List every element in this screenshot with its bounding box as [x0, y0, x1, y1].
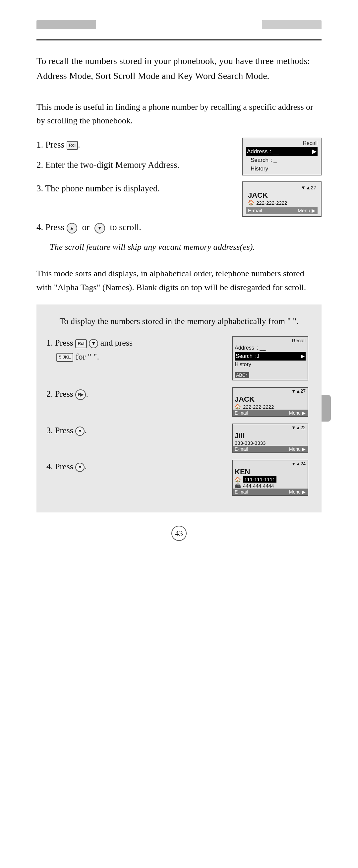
recall-button-icon[interactable]: Rcl — [67, 141, 78, 150]
page-content: To recall the numbers stored in your pho… — [36, 0, 322, 567]
func-btn-step2[interactable]: F▶ — [75, 390, 86, 400]
down-btn-step4[interactable] — [75, 463, 85, 472]
lcd-gray-step2: ▼▲27 JACK 🏠 222-222-2222 E-mail Menu ▶ — [232, 387, 312, 417]
down-btn-step1[interactable] — [89, 339, 98, 348]
gray-step1-row: 1. Press Rcl and press 5 JKL for " ". — [46, 336, 312, 380]
header-line — [36, 39, 322, 40]
sort-scroll-section: To display the numbers stored in the mem… — [36, 305, 322, 513]
gray-step3-row: 3. Press . ▼▲22 Jill 333-333-3333 E-ma — [46, 424, 312, 453]
gray-step2-content: 2. Press F▶. — [46, 387, 229, 401]
gray-step4-content: 4. Press . — [46, 460, 229, 474]
section1-description: This mode is useful in finding a phone n… — [36, 100, 322, 128]
intro-paragraph: To recall the numbers stored in your pho… — [36, 54, 322, 84]
num5-btn[interactable]: 5 JKL — [56, 353, 73, 362]
gray-step1-content: 1. Press Rcl and press 5 JKL for " ". — [46, 336, 229, 364]
scroll-up-button[interactable] — [67, 223, 77, 234]
gray-step4-row: 4. Press . ▼▲24 KEN 🏠 111-111-1111 — [46, 460, 312, 496]
step2: 2. Enter the two-digit Memory Address. — [36, 158, 235, 172]
header-tabs — [36, 20, 322, 29]
tab-left — [36, 20, 96, 29]
scroll-down-button[interactable] — [95, 223, 105, 234]
down-btn-step3[interactable] — [75, 427, 85, 436]
gray-step3-content: 3. Press . — [46, 424, 229, 437]
lcd-gray-step4: ▼▲24 KEN 🏠 111-111-1111 📠 444-444-4444 E… — [232, 460, 312, 496]
step4-note: The scroll feature will skip any vacant … — [50, 241, 322, 253]
right-tab-indicator — [322, 395, 331, 422]
step1: 1. Press Rcl. — [36, 137, 235, 152]
step4: 4. Press or to scroll. — [36, 220, 322, 235]
page-number: 43 — [171, 526, 187, 541]
gray-intro-text: To display the numbers stored in the mem… — [46, 314, 312, 328]
tab-right — [262, 20, 322, 29]
page-number-area: 43 — [36, 526, 322, 541]
lcd-display-1: Recall Address : __ ▶ Search : _ History — [242, 137, 322, 176]
step3: 3. The phone number is displayed. — [36, 181, 235, 196]
lcd-gray-step3: ▼▲22 Jill 333-333-3333 E-mail Menu ▶ — [232, 424, 312, 453]
gray-step2-row: 2. Press F▶. ▼▲27 JACK 🏠 222-222-2222 — [46, 387, 312, 417]
lcd-display-2: ▼▲27 JACK 🏠 222-222-2222 E-mail Menu ▶ — [242, 181, 322, 217]
lcd-gray-step1: Recall Address : __ Search :J ▶ — [232, 336, 312, 380]
section2-description: This mode sorts and displays, in alphabe… — [36, 267, 322, 294]
recall-btn-step1[interactable]: Rcl — [75, 339, 87, 348]
